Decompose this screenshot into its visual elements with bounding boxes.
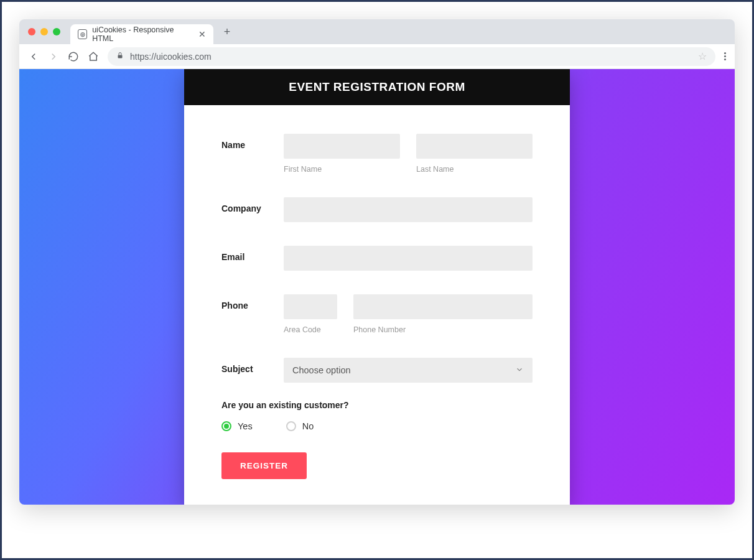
- email-input[interactable]: [284, 246, 533, 271]
- subject-placeholder: Choose option: [292, 365, 351, 375]
- back-button[interactable]: [28, 51, 39, 62]
- url-text: https://uicookies.com: [130, 52, 212, 62]
- phone-label: Phone: [221, 294, 284, 334]
- browser-window: ◎ uiCookies - Responsive HTML ✕ +: [19, 19, 735, 505]
- close-window-button[interactable]: [28, 28, 35, 35]
- window-controls: [28, 19, 70, 44]
- registration-form-card: EVENT REGISTRATION FORM Name First Name: [184, 69, 570, 505]
- omnibox[interactable]: https://uicookies.com ☆: [108, 47, 715, 66]
- lock-icon: [116, 52, 124, 61]
- radio-no-label: No: [302, 421, 314, 431]
- favicon-icon: ◎: [78, 29, 87, 39]
- form-title: EVENT REGISTRATION FORM: [184, 69, 570, 105]
- last-name-input[interactable]: [416, 134, 533, 159]
- page-viewport: EVENT REGISTRATION FORM Name First Name: [19, 69, 735, 505]
- name-label: Name: [221, 134, 284, 174]
- tab-bar: ◎ uiCookies - Responsive HTML ✕ +: [19, 19, 735, 44]
- minimize-window-button[interactable]: [40, 28, 48, 35]
- close-tab-button[interactable]: ✕: [198, 29, 206, 39]
- radio-yes[interactable]: Yes: [221, 421, 253, 431]
- radio-no[interactable]: No: [286, 421, 314, 431]
- maximize-window-button[interactable]: [53, 28, 60, 35]
- last-name-sublabel: Last Name: [416, 165, 533, 174]
- area-code-sublabel: Area Code: [284, 325, 337, 334]
- first-name-input[interactable]: [284, 134, 400, 159]
- radio-yes-indicator: [221, 421, 231, 431]
- bookmark-star-icon[interactable]: ☆: [698, 50, 707, 62]
- home-button[interactable]: [88, 51, 99, 62]
- reload-button[interactable]: [68, 51, 79, 62]
- svg-rect-0: [118, 55, 123, 58]
- subject-label: Subject: [221, 358, 284, 383]
- email-label: Email: [221, 246, 284, 271]
- company-label: Company: [221, 197, 284, 222]
- address-bar: https://uicookies.com ☆: [19, 44, 735, 69]
- forward-button[interactable]: [48, 51, 59, 62]
- browser-menu-button[interactable]: [724, 52, 726, 60]
- phone-number-sublabel: Phone Number: [353, 325, 533, 334]
- chevron-down-icon: [515, 365, 524, 376]
- register-button[interactable]: REGISTER: [221, 452, 307, 479]
- new-tab-button[interactable]: +: [218, 23, 236, 40]
- company-input[interactable]: [284, 197, 533, 222]
- tab-title: uiCookies - Responsive HTML: [92, 26, 191, 43]
- existing-customer-question: Are you an existing customer?: [221, 400, 533, 410]
- subject-select[interactable]: Choose option: [284, 358, 533, 383]
- browser-tab[interactable]: ◎ uiCookies - Responsive HTML ✕: [70, 24, 213, 44]
- radio-yes-label: Yes: [238, 421, 253, 431]
- area-code-input[interactable]: [284, 294, 337, 319]
- phone-number-input[interactable]: [353, 294, 533, 319]
- radio-no-indicator: [286, 421, 296, 431]
- first-name-sublabel: First Name: [284, 165, 400, 174]
